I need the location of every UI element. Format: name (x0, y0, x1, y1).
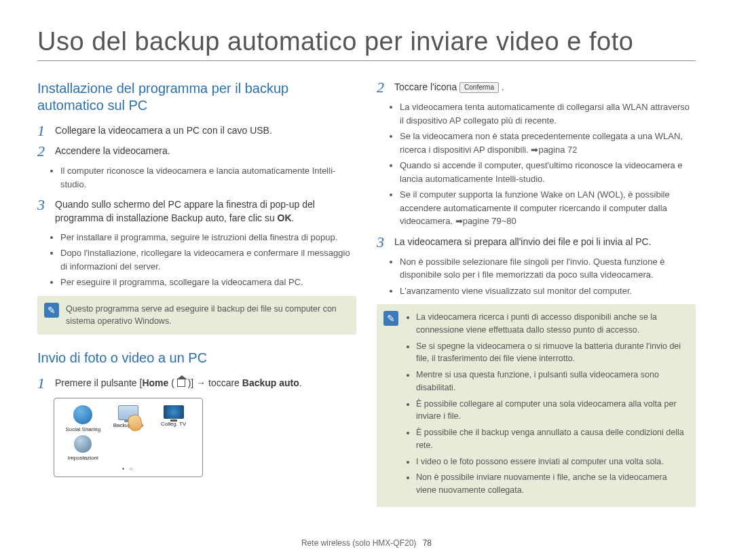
note-item: I video o le foto possono essere inviati… (416, 455, 688, 468)
note-item: È possibile collegare al computer una so… (416, 398, 688, 424)
note-item: Non è possibile inviare nuovamente i fil… (416, 471, 688, 497)
text: Toccare l'icona (394, 81, 459, 92)
heading-install: Installazione del programma per il backu… (37, 80, 356, 114)
note-text: Questo programma serve ad eseguire il ba… (66, 303, 348, 329)
install-step-2: 2 Accendere la videocamera. (37, 144, 356, 159)
label: Impostazioni (68, 455, 98, 461)
send-step-2: 2 Toccare l'icona Conferma . (377, 80, 696, 95)
sub-item: Il computer riconosce la videocamera e l… (60, 164, 356, 191)
sub-item: Dopo l'installazione, ricollegare la vid… (60, 246, 356, 273)
note-item: Mentre si usa questa funzione, i pulsant… (416, 369, 688, 394)
install-step-3-sub: Per installare il programma, seguire le … (60, 231, 356, 289)
screen-item-tv: Colleg. TV (153, 405, 194, 432)
note-item: La videocamera ricerca i punti di access… (416, 311, 688, 337)
step-number: 1 (37, 376, 48, 391)
step-number: 2 (37, 144, 48, 159)
screen-item-settings: Impostazioni (62, 435, 104, 461)
note-windows: Questo programma serve ad eseguire il ba… (37, 296, 356, 335)
sub-item: La videocamera tenta automaticamente di … (400, 100, 696, 127)
sub-item: L'avanzamento viene visualizzato sul mon… (400, 284, 696, 298)
step-text: Premere il pulsante [Home ( )] → toccare… (55, 376, 356, 391)
note-item: È possibile che il backup venga annullat… (416, 426, 688, 452)
hand-tap-icon (126, 413, 144, 432)
text: . (292, 212, 295, 223)
install-step-3: 3 Quando sullo schermo del PC appare la … (37, 198, 356, 225)
screen-item-social: Social Sharing (62, 405, 104, 432)
text: )] → toccare (185, 377, 242, 388)
step-text: Quando sullo schermo del PC appare la fi… (55, 198, 356, 225)
right-column: 2 Toccare l'icona Conferma . La videocam… (377, 80, 696, 507)
heading-send: Invio di foto o video a un PC (37, 350, 356, 367)
confirm-button-icon: Conferma (459, 82, 499, 93)
footer: Rete wireless (solo HMX-QF20) 78 (0, 538, 733, 548)
step-number: 3 (37, 198, 48, 225)
globe-icon (73, 405, 92, 424)
step-number: 1 (37, 124, 48, 138)
label: Social Sharing (66, 426, 101, 432)
label: Colleg. TV (161, 421, 186, 427)
home-label: Home (142, 377, 168, 388)
tv-icon (164, 405, 184, 419)
home-icon (177, 379, 185, 387)
install-step-1: 1 Collegare la videocamera a un PC con i… (37, 124, 356, 138)
text: . (499, 81, 504, 92)
note-multi: La videocamera ricerca i punti di access… (377, 304, 696, 507)
send-step-2-sub: La videocamera tenta automaticamente di … (400, 100, 696, 228)
left-column: Installazione del programma per il backu… (37, 80, 356, 507)
send-step-1: 1 Premere il pulsante [Home ( )] → tocca… (37, 376, 356, 391)
text: . (299, 377, 302, 388)
note-item: Se si spegne la videocamera o si rimuove… (416, 340, 688, 366)
sub-item: Per installare il programma, seguire le … (60, 231, 356, 244)
content-columns: Installazione del programma per il backu… (37, 80, 696, 507)
footer-section: Rete wireless (solo HMX-QF20) (301, 538, 416, 548)
backup-auto-label: Backup auto (242, 377, 299, 388)
sub-item: Per eseguire il programma, scollegare la… (60, 276, 356, 289)
page-dots: • ○ (62, 465, 194, 472)
device-screen: Social Sharing Backup auto Colleg. TV Im… (54, 398, 203, 477)
step-number: 2 (377, 80, 388, 95)
send-step-3-sub: Non è possibile selezionare file singoli… (400, 255, 696, 298)
text: Quando sullo schermo del PC appare la fi… (55, 199, 315, 223)
step-text: Accendere la videocamera. (55, 144, 356, 159)
note-list: La videocamera ricerca i punti di access… (416, 311, 688, 500)
page-title: Uso del backup automatico per inviare vi… (37, 27, 696, 61)
step-number: 3 (377, 235, 388, 250)
note-icon (383, 311, 398, 326)
install-step-2-sub: Il computer riconosce la videocamera e l… (60, 164, 356, 191)
text: Premere il pulsante [ (55, 377, 142, 388)
gear-icon (74, 435, 92, 453)
sub-item: Non è possibile selezionare file singoli… (400, 255, 696, 282)
page-number: 78 (423, 538, 432, 548)
screen-item-backup: Backup auto (108, 405, 149, 432)
step-text: Collegare la videocamera a un PC con il … (55, 124, 356, 138)
sub-item: Se il computer supporta la funzione Wake… (400, 188, 696, 228)
sub-item: Quando si accende il computer, quest'ult… (400, 159, 696, 185)
send-step-3: 3 La videocamera si prepara all'invio de… (377, 235, 696, 250)
note-icon (44, 303, 59, 318)
step-text: La videocamera si prepara all'invio dei … (394, 235, 696, 250)
sub-item: Se la videocamera non è stata precedente… (400, 130, 696, 156)
ok-label: OK (278, 212, 292, 223)
step-text: Toccare l'icona Conferma . (394, 80, 696, 95)
